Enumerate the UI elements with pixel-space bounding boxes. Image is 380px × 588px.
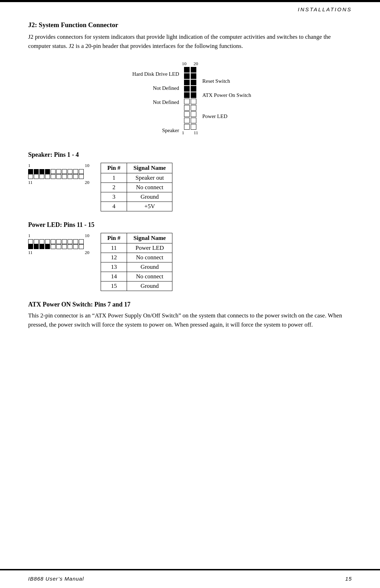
- sppin-0: [28, 169, 33, 174]
- label-blank-1: [179, 78, 182, 85]
- pin-right-7: [191, 111, 196, 117]
- sppin-b9: [79, 174, 84, 179]
- pledpin-b6: [62, 244, 67, 249]
- pin-left-2: [184, 80, 190, 85]
- speaker-signal-cell: Ground: [127, 192, 172, 202]
- pled-row-bottom: [28, 244, 84, 249]
- pled-table-row: 11Power LED: [101, 243, 172, 253]
- label-hdd-led: Hard Disk Drive LED: [132, 71, 182, 78]
- pled-bottom-nums: 11 20: [28, 250, 89, 255]
- pin-right-3: [191, 86, 196, 92]
- pin-right-6: [191, 105, 196, 111]
- conn-row-5: [184, 99, 196, 104]
- pledpin-b3: [45, 244, 50, 249]
- connector-diagram: Hard Disk Drive LED Not Defined Not Defi…: [28, 61, 352, 141]
- pledpin-b8: [73, 244, 78, 249]
- sp-bottom-left: 11: [28, 180, 33, 185]
- intro-text: J2 provides connectors for system indica…: [28, 32, 352, 51]
- speaker-table-row: 3Ground: [101, 192, 172, 202]
- sppin-b8: [73, 174, 78, 179]
- sppin-b3: [45, 174, 50, 179]
- connector-center: 10 20: [182, 61, 198, 136]
- pin-right-5: [191, 99, 196, 104]
- speaker-top-nums: 1 10: [28, 163, 89, 168]
- label-blank-5: [179, 120, 182, 127]
- pled-col-signal: Signal Name: [127, 233, 172, 243]
- pledpin-b4: [51, 244, 56, 249]
- conn-row-1: [184, 73, 196, 79]
- pin-left-7: [184, 111, 190, 117]
- pledpin-1: [34, 239, 39, 244]
- speaker-col-pin: Pin #: [101, 163, 127, 173]
- speaker-table-row: 2No connect: [101, 182, 172, 192]
- main-content: J2: System Function Connector J2 provide…: [28, 21, 352, 336]
- pin-left-5: [184, 99, 190, 104]
- footer-page: 15: [345, 576, 352, 582]
- top-left-num: 10: [182, 61, 186, 67]
- conn-row-8: [184, 118, 196, 123]
- atx-title: ATX Power ON Switch: Pins 7 and 17: [28, 301, 352, 308]
- rlabel-atx: ATX Power On Switch: [202, 92, 251, 99]
- pledpin-7: [68, 239, 72, 244]
- pled-row-top: [28, 239, 84, 244]
- pledpin-b0: [28, 244, 33, 249]
- pled-signal-cell: No connect: [127, 253, 172, 262]
- label-blank-6: [179, 134, 182, 141]
- sppin-8: [73, 169, 78, 174]
- pled-top-nums: 1 10: [28, 233, 89, 239]
- pin-left-4: [184, 92, 190, 98]
- pled-pin-cell: 14: [101, 272, 127, 281]
- atx-section: ATX Power ON Switch: Pins 7 and 17 This …: [28, 301, 352, 330]
- pin-left-1: [184, 73, 190, 79]
- speaker-row-top: [28, 169, 84, 174]
- rlabel-reset: Reset Switch: [202, 78, 230, 85]
- label-not-defined-2: Not Defined: [153, 99, 182, 106]
- label-speaker: Speaker: [162, 127, 182, 134]
- conn-row-7: [184, 111, 196, 117]
- pled-pin-cell: 13: [101, 262, 127, 272]
- conn-row-3: [184, 86, 196, 92]
- pled-table-row: 15Ground: [101, 281, 172, 291]
- conn-row-6: [184, 105, 196, 111]
- pin-left-3: [184, 86, 190, 92]
- speaker-bottom-nums: 11 20: [28, 180, 89, 185]
- speaker-table: Pin # Signal Name 1Speaker out2No connec…: [101, 163, 172, 211]
- pled-table-row: 14No connect: [101, 272, 172, 281]
- pledpin-3: [45, 239, 50, 244]
- sppin-3: [45, 169, 50, 174]
- connector-bottom-nums: 1 11: [182, 130, 198, 136]
- pled-table-row: 12No connect: [101, 253, 172, 262]
- speaker-pin-cell: 1: [101, 173, 127, 182]
- speaker-content: 1 10: [28, 163, 352, 211]
- section-title: J2: System Function Connector: [28, 21, 352, 29]
- pledpin-b7: [68, 244, 72, 249]
- rlabel-power-led: Power LED: [202, 113, 227, 120]
- pledpin-9: [79, 239, 84, 244]
- power-led-title: Power LED: Pins 11 - 15: [28, 221, 352, 229]
- speaker-title: Speaker: Pins 1 - 4: [28, 151, 352, 159]
- connector-top-nums: 10 20: [182, 61, 198, 67]
- speaker-col-signal: Signal Name: [127, 163, 172, 173]
- connector-left-labels: Hard Disk Drive LED Not Defined Not Defi…: [112, 61, 182, 141]
- speaker-signal-cell: No connect: [127, 182, 172, 192]
- page-header: INSTALLATIONS: [298, 6, 352, 12]
- pledpin-b1: [34, 244, 39, 249]
- pin-right-2: [191, 80, 196, 85]
- speaker-pin-cell: 3: [101, 192, 127, 202]
- conn-row-4: [184, 92, 196, 98]
- sppin-b6: [62, 174, 67, 179]
- pled-signal-cell: Power LED: [127, 243, 172, 253]
- label-blank-3: [179, 106, 182, 113]
- pled-pin-cell: 12: [101, 253, 127, 262]
- pled-signal-cell: Ground: [127, 281, 172, 291]
- pin-left-8: [184, 118, 190, 123]
- speaker-signal-cell: +5V: [127, 202, 172, 211]
- bottom-right-num: 11: [194, 130, 198, 136]
- pled-pin-cell: 11: [101, 243, 127, 253]
- sppin-b1: [34, 174, 39, 179]
- pin-right-9: [191, 124, 196, 130]
- sppin-b7: [68, 174, 72, 179]
- footer: IB868 User’s Manual 15: [28, 576, 352, 582]
- conn-row-2: [184, 80, 196, 85]
- speaker-signal-cell: Speaker out: [127, 173, 172, 182]
